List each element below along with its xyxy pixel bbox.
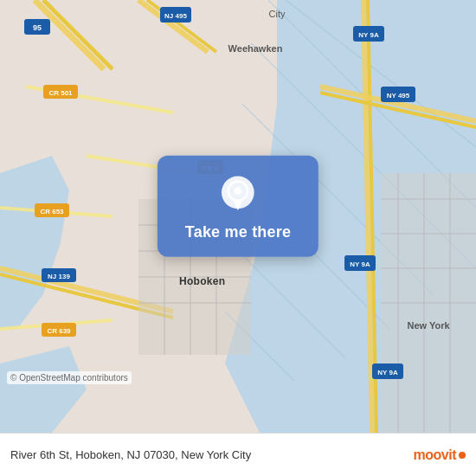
moovit-logo-dot <box>459 452 466 459</box>
take-me-there-button[interactable]: Take me there <box>185 223 291 241</box>
svg-text:NY 9A: NY 9A <box>358 31 379 39</box>
svg-text:NJ 495: NJ 495 <box>164 12 187 20</box>
svg-text:95: 95 <box>33 23 42 32</box>
moovit-logo: moovit <box>414 447 466 463</box>
svg-text:NJ 139: NJ 139 <box>48 273 70 280</box>
svg-text:City: City <box>269 9 286 19</box>
svg-text:Weehawken: Weehawken <box>228 43 283 54</box>
location-pin-icon <box>217 175 259 216</box>
svg-text:CR 653: CR 653 <box>40 208 64 215</box>
svg-text:CR 501: CR 501 <box>48 89 73 97</box>
svg-text:NY 9A: NY 9A <box>350 261 370 268</box>
map-container: 95 NJ 495 NY 9A NY 495 NY 9A NY 9A CR 50… <box>0 0 476 433</box>
hoboken-map-label: Hoboken <box>179 275 225 287</box>
svg-text:CR 639: CR 639 <box>47 327 71 335</box>
svg-text:NY 495: NY 495 <box>387 92 410 100</box>
svg-point-68 <box>235 187 242 195</box>
bottom-bar: River 6th St, Hoboken, NJ 07030, New Yor… <box>0 433 476 476</box>
address-text: River 6th St, Hoboken, NJ 07030, New Yor… <box>10 448 414 461</box>
moovit-brand-text: moovit <box>414 447 456 463</box>
location-card[interactable]: Take me there <box>158 156 318 257</box>
copyright-text: © OpenStreetMap contributors <box>7 371 132 384</box>
svg-text:New York: New York <box>407 320 450 331</box>
svg-text:NY 9A: NY 9A <box>377 369 398 376</box>
